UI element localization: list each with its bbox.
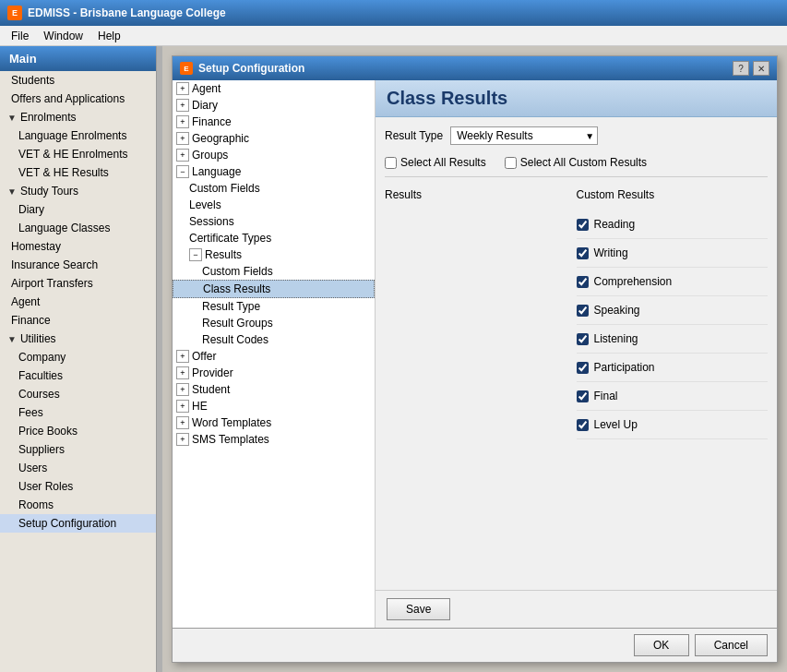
- tree-item-groups[interactable]: + Groups: [173, 147, 375, 163]
- sidebar-item-company[interactable]: Company: [0, 348, 156, 366]
- word-templates-expand-icon[interactable]: +: [176, 416, 189, 429]
- result-item-level-up: Level Up: [577, 411, 769, 439]
- sidebar-item-diary[interactable]: Diary: [0, 200, 156, 219]
- sidebar-item-vet-results[interactable]: VET & HE Results: [0, 163, 156, 182]
- result-checkbox-comprehension[interactable]: [577, 276, 589, 288]
- ok-button[interactable]: OK: [634, 634, 689, 656]
- enrolments-expand-icon: ▼: [7, 113, 17, 123]
- dialog-help-button[interactable]: ?: [733, 61, 749, 76]
- sidebar-item-enrolments[interactable]: ▼ Enrolments: [0, 108, 156, 126]
- dialog-title-left: E Setup Configuration: [180, 62, 304, 75]
- cancel-button[interactable]: Cancel: [695, 634, 768, 656]
- results-col-header: Results: [385, 186, 577, 203]
- tree-item-language[interactable]: − Language: [173, 163, 375, 180]
- sidebar-item-user-roles[interactable]: User Roles: [0, 477, 156, 496]
- sidebar-item-finance[interactable]: Finance: [0, 311, 156, 330]
- result-type-select[interactable]: Weekly Results Monthly Results Final Res…: [450, 126, 598, 145]
- result-checkbox-participation[interactable]: [577, 362, 589, 374]
- tree-item-provider[interactable]: + Provider: [173, 365, 375, 381]
- app-icon: E: [7, 6, 22, 20]
- results-expand-icon[interactable]: −: [189, 248, 202, 261]
- tree-item-student[interactable]: + Student: [173, 381, 375, 398]
- result-checkbox-level-up[interactable]: [577, 419, 589, 431]
- sidebar-item-airport[interactable]: Airport Transfers: [0, 274, 156, 293]
- sidebar-item-students[interactable]: Students: [0, 71, 156, 90]
- sidebar-item-price-books[interactable]: Price Books: [0, 422, 156, 440]
- result-checkbox-listening[interactable]: [577, 333, 589, 345]
- menu-window[interactable]: Window: [36, 28, 90, 44]
- result-item-final: Final: [577, 382, 769, 411]
- select-all-results-checkbox[interactable]: [385, 157, 397, 169]
- tree-item-sms-templates[interactable]: + SMS Templates: [173, 431, 375, 448]
- tree-item-class-results[interactable]: Class Results: [173, 280, 375, 298]
- he-expand-icon[interactable]: +: [176, 400, 189, 413]
- panel-header: Class Results: [376, 80, 777, 117]
- sidebar-item-suppliers[interactable]: Suppliers: [0, 440, 156, 459]
- tree-item-offer[interactable]: + Offer: [173, 348, 375, 365]
- tree-item-diary[interactable]: + Diary: [173, 97, 375, 114]
- student-expand-icon[interactable]: +: [176, 383, 189, 396]
- tree-item-he[interactable]: + HE: [173, 398, 375, 414]
- sidebar-item-agent[interactable]: Agent: [0, 293, 156, 311]
- result-item-writing: Writing: [577, 239, 769, 268]
- dialog-body: + Agent + Diary + Finance +: [173, 80, 777, 628]
- tree-item-results-custom-fields[interactable]: Custom Fields: [173, 263, 375, 280]
- sidebar-item-utilities[interactable]: ▼ Utilities: [0, 330, 156, 348]
- sidebar-header: Main: [0, 46, 156, 71]
- dialog-title-bar: E Setup Configuration ? ✕: [173, 56, 777, 80]
- study-tours-expand-icon: ▼: [7, 186, 17, 197]
- offer-expand-icon[interactable]: +: [176, 350, 189, 363]
- sidebar-item-fees[interactable]: Fees: [0, 403, 156, 422]
- sidebar-item-study-tours[interactable]: ▼ Study Tours: [0, 182, 156, 200]
- tree-item-sessions[interactable]: Sessions: [173, 213, 375, 230]
- groups-expand-icon[interactable]: +: [176, 149, 189, 162]
- result-checkbox-writing[interactable]: [577, 247, 589, 259]
- language-expand-icon[interactable]: −: [176, 165, 189, 178]
- dialog-close-button[interactable]: ✕: [753, 61, 769, 76]
- sidebar-item-insurance[interactable]: Insurance Search: [0, 256, 156, 274]
- menu-file[interactable]: File: [4, 28, 36, 44]
- sidebar-item-faculties[interactable]: Faculties: [0, 366, 156, 385]
- select-all-custom-results-label[interactable]: Select All Custom Results: [505, 156, 647, 169]
- tree-item-certificate-types[interactable]: Certificate Types: [173, 230, 375, 246]
- custom-results-col-header: Custom Results: [577, 186, 769, 203]
- tree-item-agent[interactable]: + Agent: [173, 80, 375, 97]
- finance-expand-icon[interactable]: +: [176, 115, 189, 128]
- tree-item-word-templates[interactable]: + Word Templates: [173, 414, 375, 431]
- tree-item-result-codes[interactable]: Result Codes: [173, 331, 375, 348]
- sidebar-item-offers[interactable]: Offers and Applications: [0, 90, 156, 108]
- save-button[interactable]: Save: [387, 598, 450, 620]
- menu-help[interactable]: Help: [90, 28, 128, 44]
- agent-expand-icon[interactable]: +: [176, 82, 189, 95]
- tree-item-finance[interactable]: + Finance: [173, 114, 375, 130]
- sidebar-item-language-enrolments[interactable]: Language Enrolments: [0, 126, 156, 145]
- tree-item-result-type[interactable]: Result Type: [173, 298, 375, 315]
- result-checkbox-speaking[interactable]: [577, 305, 589, 317]
- tree-item-result-groups[interactable]: Result Groups: [173, 315, 375, 331]
- select-all-custom-results-checkbox[interactable]: [505, 157, 517, 169]
- geographic-expand-icon[interactable]: +: [176, 132, 189, 145]
- tree-item-levels[interactable]: Levels: [173, 197, 375, 213]
- sidebar-item-setup-config[interactable]: Setup Configuration: [0, 514, 156, 533]
- result-checkbox-final[interactable]: [577, 390, 589, 402]
- tree-item-results[interactable]: − Results: [173, 246, 375, 263]
- provider-expand-icon[interactable]: +: [176, 366, 189, 379]
- sidebar-item-users[interactable]: Users: [0, 459, 156, 477]
- tree-item-custom-fields[interactable]: Custom Fields: [173, 180, 375, 197]
- tree-item-geographic[interactable]: + Geographic: [173, 130, 375, 147]
- sidebar-item-rooms[interactable]: Rooms: [0, 496, 156, 514]
- setup-config-dialog: E Setup Configuration ? ✕ + Agent: [172, 55, 778, 663]
- title-bar: E EDMISS - Brisbane Language College: [0, 0, 787, 26]
- diary-expand-icon[interactable]: +: [176, 99, 189, 112]
- utilities-expand-icon: ▼: [7, 334, 17, 344]
- sidebar-item-courses[interactable]: Courses: [0, 385, 156, 403]
- sidebar-item-homestay[interactable]: Homestay: [0, 237, 156, 256]
- result-item-speaking: Speaking: [577, 296, 769, 325]
- select-all-results-label[interactable]: Select All Results: [385, 156, 486, 169]
- app-title: EDMISS - Brisbane Language College: [28, 6, 226, 19]
- sidebar-item-vet-enrolments[interactable]: VET & HE Enrolments: [0, 145, 156, 163]
- result-item-listening: Listening: [577, 325, 769, 354]
- result-checkbox-reading[interactable]: [577, 219, 589, 231]
- sms-templates-expand-icon[interactable]: +: [176, 433, 189, 446]
- sidebar-item-language-classes[interactable]: Language Classes: [0, 219, 156, 237]
